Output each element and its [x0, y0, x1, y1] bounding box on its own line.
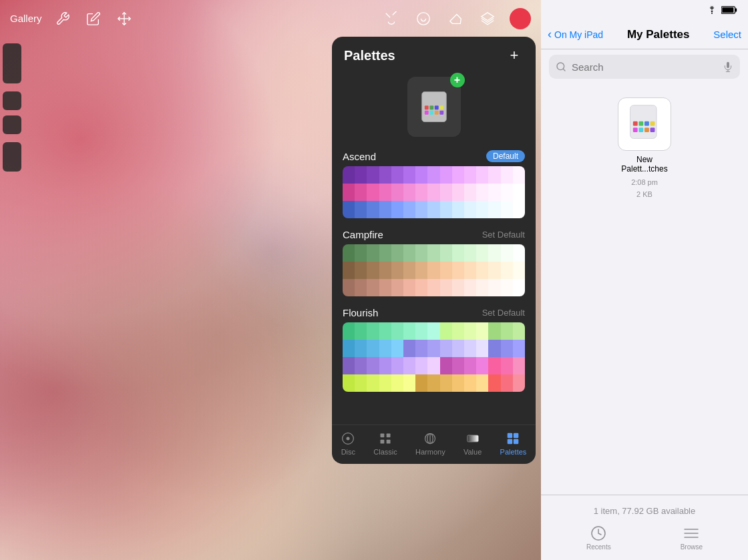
- svg-rect-17: [387, 440, 391, 444]
- file-name: New Palett...tches: [614, 155, 675, 174]
- svg-rect-4: [424, 105, 428, 109]
- palette-item-ascend[interactable]: Ascend Default: [332, 145, 536, 224]
- layers-tool[interactable]: [478, 9, 498, 29]
- svg-rect-21: [467, 435, 478, 442]
- back-label: On My iPad: [554, 29, 603, 40]
- toolbar-left: Gallery: [10, 9, 134, 29]
- svg-rect-5: [429, 105, 433, 109]
- svg-rect-11: [439, 111, 443, 115]
- storage-info: 1 item, 77.92 GB available: [552, 501, 737, 521]
- palette-name-campfire: Campfire: [343, 229, 383, 240]
- set-default-campfire[interactable]: Set Default: [482, 230, 525, 240]
- search-input[interactable]: [572, 61, 717, 73]
- svg-point-26: [711, 13, 713, 14]
- files-content: New Palett...tches 2:08 pm 2 KB: [541, 84, 748, 495]
- tab-value[interactable]: Value: [463, 432, 482, 456]
- files-bottom: 1 item, 77.92 GB available Recents Brows…: [541, 495, 748, 560]
- wrench-tool[interactable]: [53, 9, 73, 29]
- palette-name-ascend: Ascend: [343, 151, 376, 162]
- palettes-panel: Palettes + + Ascend Default: [332, 37, 536, 464]
- gallery-button[interactable]: Gallery: [10, 13, 42, 24]
- campfire-swatches: [343, 244, 525, 296]
- tab-palettes-label: Palettes: [500, 448, 527, 456]
- classic-icon: [379, 432, 392, 445]
- svg-rect-22: [508, 433, 513, 439]
- file-item-palette[interactable]: New Palett...tches 2:08 pm 2 KB: [614, 97, 675, 198]
- palette-file-icon: [417, 90, 451, 123]
- panel-title: Palettes: [344, 48, 395, 63]
- left-sidebar: [0, 37, 23, 172]
- toolbar-right: [381, 8, 531, 29]
- nav-title: My Palettes: [607, 28, 709, 41]
- brush-size-slider[interactable]: [3, 43, 21, 83]
- tab-disc-label: Disc: [341, 448, 355, 456]
- svg-rect-38: [644, 127, 649, 132]
- palette-item-header-ascend: Ascend Default: [343, 150, 525, 162]
- tab-harmony[interactable]: Harmony: [415, 432, 445, 456]
- harmony-icon: [423, 432, 437, 445]
- palette-item-header-campfire: Campfire Set Default: [343, 229, 525, 240]
- svg-rect-6: [434, 105, 438, 109]
- browse-label: Browse: [681, 543, 703, 551]
- panel-header: Palettes +: [332, 37, 536, 71]
- svg-rect-25: [514, 439, 519, 445]
- brush-stroke-tool[interactable]: [381, 9, 401, 29]
- smudge-tool[interactable]: [413, 9, 433, 29]
- file-thumbnail: [618, 97, 671, 151]
- add-palette-button[interactable]: +: [505, 46, 524, 65]
- search-icon: [556, 61, 566, 72]
- svg-rect-34: [644, 121, 649, 126]
- svg-rect-16: [381, 440, 385, 444]
- svg-point-13: [347, 437, 350, 441]
- svg-rect-14: [381, 434, 385, 438]
- back-chevron-icon: ‹: [548, 27, 552, 41]
- files-panel: ‹ On My iPad My Palettes Select: [541, 0, 748, 560]
- back-button[interactable]: ‹ On My iPad: [548, 27, 603, 41]
- nav-bar: ‹ On My iPad My Palettes Select: [541, 20, 748, 49]
- file-time: 2:08 pm: [631, 178, 658, 186]
- svg-rect-10: [434, 111, 438, 115]
- status-right: [707, 5, 737, 15]
- tab-harmony-label: Harmony: [415, 448, 445, 456]
- svg-rect-15: [387, 434, 391, 438]
- tab-palettes[interactable]: Palettes: [500, 432, 527, 456]
- file-icon: [624, 104, 665, 144]
- redo-button[interactable]: [3, 115, 21, 134]
- svg-rect-24: [508, 439, 513, 445]
- tab-classic[interactable]: Classic: [373, 432, 397, 456]
- svg-rect-36: [633, 127, 638, 132]
- transform-tool[interactable]: [114, 9, 134, 29]
- mic-icon: [723, 61, 733, 72]
- palette-item-header-flourish: Flourish Set Default: [343, 307, 525, 318]
- tab-disc[interactable]: Disc: [341, 432, 355, 456]
- new-palette-area: +: [332, 71, 536, 145]
- default-badge-ascend: Default: [486, 150, 525, 162]
- svg-rect-37: [638, 127, 643, 132]
- modify-tool[interactable]: [83, 9, 104, 29]
- search-bar-container: [541, 49, 748, 84]
- select-button[interactable]: Select: [713, 29, 741, 40]
- disc-icon: [341, 432, 355, 445]
- browse-tab[interactable]: Browse: [681, 525, 703, 551]
- set-default-flourish[interactable]: Set Default: [482, 308, 525, 318]
- svg-rect-35: [650, 121, 655, 126]
- eraser-tool[interactable]: [445, 9, 465, 29]
- svg-rect-9: [429, 111, 433, 115]
- recents-tab[interactable]: Recents: [586, 525, 611, 551]
- opacity-slider[interactable]: [3, 142, 21, 172]
- undo-button[interactable]: [3, 91, 21, 110]
- new-palette-card[interactable]: +: [407, 77, 461, 137]
- svg-rect-7: [439, 105, 443, 109]
- svg-rect-23: [514, 433, 519, 439]
- color-picker[interactable]: [510, 8, 531, 29]
- battery-icon: [721, 5, 737, 15]
- search-bar[interactable]: [549, 55, 740, 79]
- palette-list[interactable]: Ascend Default Campfire Set Default: [332, 145, 536, 425]
- panel-tabs: Disc Classic Harmony Value Palettes: [332, 425, 536, 464]
- green-plus-icon: +: [450, 73, 465, 87]
- svg-rect-28: [735, 8, 737, 11]
- palette-item-campfire[interactable]: Campfire Set Default: [332, 224, 536, 302]
- bottom-nav: Recents Browse: [552, 521, 737, 557]
- wifi-icon: [707, 6, 717, 14]
- palette-item-flourish[interactable]: Flourish Set Default: [332, 302, 536, 397]
